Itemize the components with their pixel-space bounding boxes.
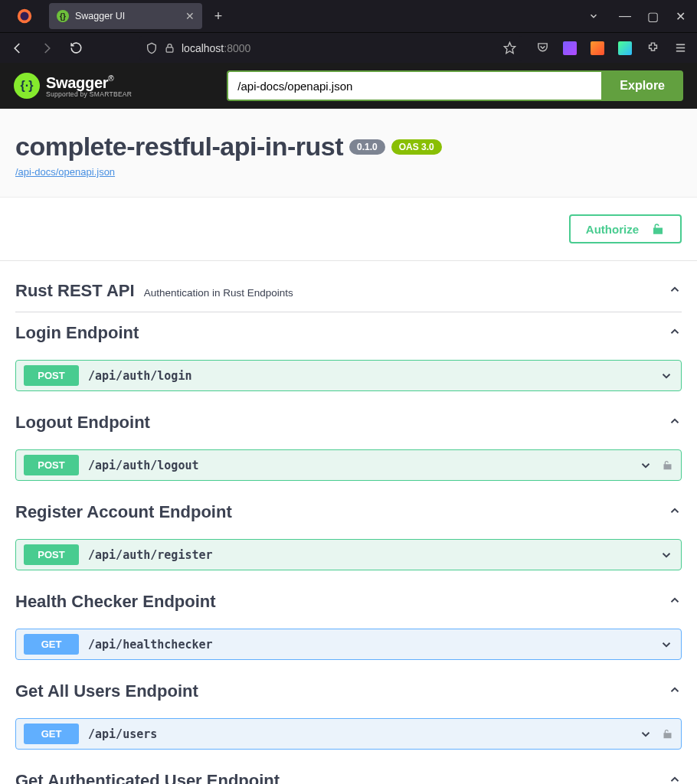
app-menu-icon[interactable] (669, 38, 691, 59)
http-method-badge: POST (24, 365, 79, 386)
authorize-label: Authorize (586, 223, 639, 236)
swagger-brand-text: Swagger® Supported by SMARTBEAR (46, 74, 132, 98)
spec-link[interactable]: /api-docs/openapi.json (15, 166, 115, 178)
window-maximize-button[interactable]: ▢ (640, 5, 665, 27)
authorize-button[interactable]: Authorize (569, 214, 682, 243)
tag-header[interactable]: Logout Endpoint (15, 402, 682, 443)
browser-tab[interactable]: {} Swagger UI ✕ (49, 3, 202, 29)
bookmark-star-icon[interactable] (503, 41, 516, 54)
firefox-logo-icon (14, 5, 35, 27)
new-tab-button[interactable]: + (207, 8, 230, 24)
svg-marker-3 (504, 42, 515, 53)
chevron-down-icon (639, 727, 653, 741)
swagger-favicon-icon: {} (57, 10, 69, 22)
chevron-up-icon (668, 773, 682, 784)
operation-path: /api/auth/logout (88, 459, 199, 472)
chevron-down-icon (659, 548, 673, 562)
nav-forward-button[interactable] (35, 37, 58, 60)
pocket-icon[interactable] (532, 38, 553, 59)
window-minimize-button[interactable]: — (613, 5, 637, 27)
extension-icon-1[interactable] (559, 38, 581, 59)
tag-header[interactable]: Health Checker Endpoint (15, 581, 682, 622)
titlebar: {} Swagger UI ✕ + — ▢ ✕ (0, 0, 697, 32)
nav-reload-button[interactable] (64, 37, 87, 60)
operation-row[interactable]: GET/api/users (15, 718, 682, 750)
http-method-badge: GET (24, 634, 79, 655)
chevron-down-icon (639, 459, 653, 472)
lock-open-icon (651, 222, 665, 236)
explore-button[interactable]: Explore (601, 70, 683, 101)
window-controls: — ▢ ✕ (613, 5, 692, 27)
url-text: localhost:8000 (182, 42, 250, 54)
tag-name: Health Checker Endpoint (15, 592, 216, 612)
lock-icon[interactable] (164, 42, 175, 54)
chevron-down-icon (659, 369, 673, 383)
extension-icon-3[interactable] (614, 38, 636, 59)
tag-name: Get Authenticated User Endpoint (15, 771, 280, 784)
tag-name: Logout Endpoint (15, 413, 150, 433)
operation-row[interactable]: GET/api/healthchecker (15, 629, 682, 660)
browser-chrome: {} Swagger UI ✕ + — ▢ ✕ (0, 0, 697, 63)
tag-header[interactable]: Get Authenticated User Endpoint (15, 760, 682, 784)
tag-name: Get All Users Endpoint (15, 681, 198, 701)
chevron-up-icon (668, 325, 682, 338)
http-method-badge: GET (24, 724, 79, 744)
chevron-up-icon (668, 283, 682, 296)
tag-header[interactable]: Register Account Endpoint (15, 492, 682, 533)
nav-back-button[interactable] (6, 37, 29, 60)
tag-name: Login Endpoint (15, 323, 139, 343)
tab-title: Swagger UI (75, 11, 179, 21)
chevron-up-icon (668, 504, 682, 518)
extensions-button-icon[interactable] (642, 38, 663, 59)
oas-badge: OAS 3.0 (391, 139, 442, 155)
lock-icon[interactable] (662, 728, 673, 740)
window-close-button[interactable]: ✕ (668, 5, 692, 27)
close-tab-icon[interactable]: ✕ (185, 10, 195, 22)
svg-rect-2 (166, 47, 173, 52)
lock-icon[interactable] (662, 459, 673, 471)
operation-row[interactable]: POST/api/auth/login (15, 360, 682, 391)
svg-point-1 (21, 12, 29, 21)
api-info: complete-restful-api-in-rust 0.1.0 OAS 3… (0, 109, 697, 197)
shield-icon[interactable] (146, 42, 158, 54)
swagger-mark-icon: {·} (14, 73, 40, 99)
chevron-up-icon (668, 683, 682, 697)
swagger-topbar: {·} Swagger® Supported by SMARTBEAR Expl… (0, 63, 697, 109)
http-method-badge: POST (24, 455, 79, 475)
http-method-badge: POST (24, 544, 79, 565)
api-title: complete-restful-api-in-rust (15, 132, 343, 162)
browser-toolbar: localhost:8000 (0, 32, 697, 63)
chevron-up-icon (668, 593, 682, 607)
operation-path: /api/auth/login (88, 369, 191, 383)
tag-name: Register Account Endpoint (15, 502, 232, 522)
operation-path: /api/auth/register (88, 548, 213, 562)
tag-header[interactable]: Get All Users Endpoint (15, 671, 682, 712)
swagger-logo[interactable]: {·} Swagger® Supported by SMARTBEAR (14, 73, 132, 99)
extension-icon-2[interactable] (587, 38, 608, 59)
operation-path: /api/users (88, 727, 157, 741)
chevron-up-icon (668, 414, 682, 428)
tag-header[interactable]: Rust REST APIAuthentication in Rust Endp… (15, 270, 682, 312)
api-version-badge: 0.1.0 (349, 139, 385, 155)
tag-name: Rust REST API (15, 281, 135, 301)
operation-row[interactable]: POST/api/auth/register (15, 539, 682, 570)
operation-row[interactable]: POST/api/auth/logout (15, 449, 682, 481)
spec-url-input[interactable] (227, 70, 601, 101)
tag-header[interactable]: Login Endpoint (15, 312, 682, 354)
tabs-dropdown-icon[interactable] (588, 11, 599, 21)
tag-description: Authentication in Rust Endpoints (144, 287, 293, 299)
url-bar[interactable]: localhost:8000 (139, 36, 522, 60)
operation-path: /api/healthchecker (88, 638, 213, 652)
operations-list: Rust REST APIAuthentication in Rust Endp… (0, 261, 697, 784)
auth-section: Authorize (0, 197, 697, 261)
chevron-down-icon (659, 638, 673, 652)
